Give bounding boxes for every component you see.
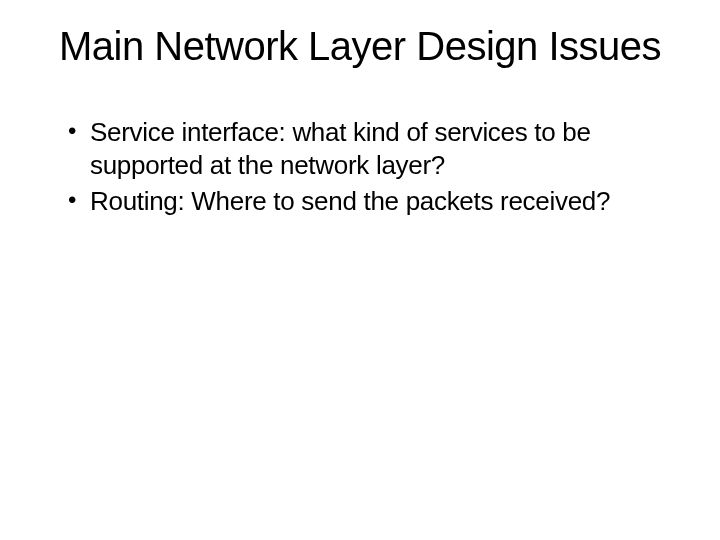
bullet-item: Routing: Where to send the packets recei… [68,185,680,218]
slide-container: Main Network Layer Design Issues Service… [0,0,720,540]
slide-content: Service interface: what kind of services… [40,116,680,218]
bullet-list: Service interface: what kind of services… [68,116,680,218]
slide-title: Main Network Layer Design Issues [40,24,680,68]
bullet-item: Service interface: what kind of services… [68,116,680,181]
